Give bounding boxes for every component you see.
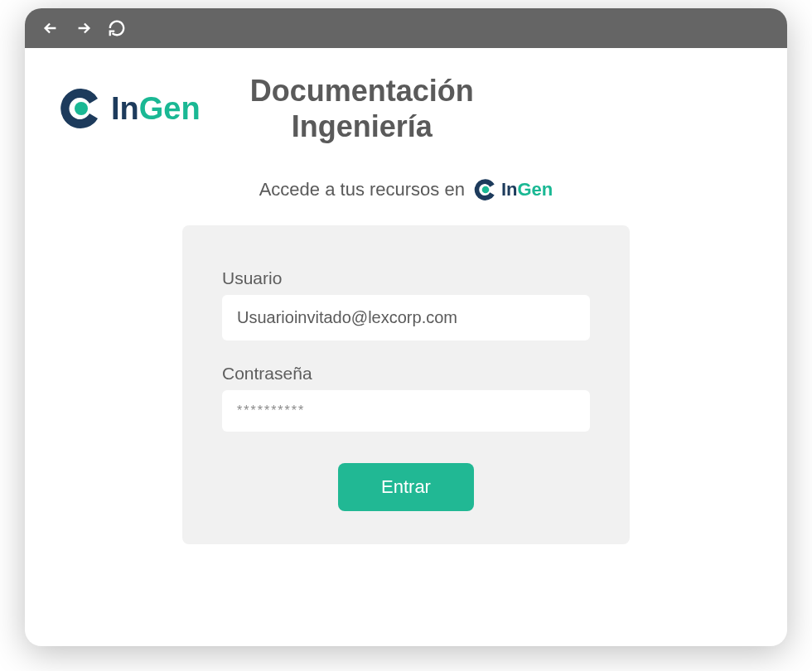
page-title: Documentación Ingeniería	[250, 73, 474, 144]
svg-point-0	[75, 102, 88, 115]
page-title-line1: Documentación	[250, 73, 474, 109]
browser-window: InGen Documentación Ingeniería Accede a …	[25, 8, 787, 646]
brand-logo-small-icon	[473, 177, 498, 202]
back-icon[interactable]	[41, 19, 60, 37]
submit-row: Entrar	[222, 463, 590, 511]
password-field-group: Contraseña	[222, 364, 590, 432]
page-content: InGen Documentación Ingeniería Accede a …	[25, 48, 787, 569]
browser-navigation-bar	[25, 8, 787, 48]
brand-logo-small-text: InGen	[501, 179, 553, 200]
brand-logo-icon	[58, 85, 104, 132]
submit-button[interactable]: Entrar	[338, 463, 474, 511]
svg-point-1	[482, 186, 490, 194]
page-title-line2: Ingeniería	[250, 109, 474, 144]
brand-name-part2: Gen	[139, 91, 201, 126]
brand-logo-small: InGen	[473, 177, 553, 202]
brand-logo: InGen	[58, 85, 201, 132]
brand-logo-text: InGen	[111, 91, 201, 127]
login-panel: Usuario Contraseña Entrar	[182, 225, 630, 544]
username-input[interactable]	[222, 295, 590, 340]
password-input[interactable]	[222, 390, 590, 432]
password-label: Contraseña	[222, 364, 590, 384]
subtitle: Accede a tus recursos en InGen	[58, 177, 754, 202]
brand-name-small-part1: In	[501, 179, 518, 200]
username-field-group: Usuario	[222, 268, 590, 340]
header-row: InGen Documentación Ingeniería	[58, 73, 754, 144]
reload-icon[interactable]	[108, 19, 126, 37]
subtitle-text: Accede a tus recursos en	[259, 179, 465, 200]
brand-name-part1: In	[111, 91, 139, 126]
brand-name-small-part2: Gen	[518, 179, 553, 200]
username-label: Usuario	[222, 268, 590, 288]
forward-icon[interactable]	[75, 19, 93, 37]
